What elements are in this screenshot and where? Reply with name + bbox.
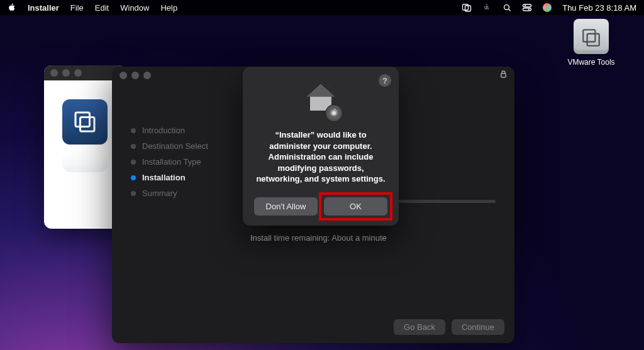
wifi-icon[interactable]: [482, 3, 492, 13]
window-minimize-button[interactable]: [131, 72, 139, 79]
vmware-icon: [62, 99, 108, 145]
svg-point-5: [525, 5, 526, 6]
step-installation: Installation: [131, 173, 229, 182]
svg-rect-10: [80, 118, 95, 132]
desktop-icon-label: VMware Tools: [564, 58, 619, 67]
step-introduction: Introduction: [131, 126, 229, 135]
svg-rect-3: [523, 4, 531, 7]
disk-icon: [574, 19, 609, 54]
window-close-button[interactable]: [119, 72, 127, 79]
control-center-icon[interactable]: [522, 3, 532, 13]
step-label: Installation: [142, 173, 186, 182]
lock-icon: [500, 70, 507, 81]
desktop-icon-vmware-tools[interactable]: VMware Tools: [564, 19, 619, 67]
spotlight-search-icon[interactable]: [502, 3, 512, 13]
gear-icon: [325, 104, 343, 122]
installer-sidebar: Introduction Destination Select Installa…: [112, 84, 238, 310]
vmware-icon-reflection: [62, 147, 108, 172]
continue-button: Continue: [452, 319, 504, 335]
step-label: Summary: [142, 189, 177, 198]
menubar-app-name[interactable]: Installer: [28, 3, 59, 13]
go-back-button: Go Back: [394, 319, 445, 335]
menubar-item-window[interactable]: Window: [120, 3, 149, 13]
menubar-item-file[interactable]: File: [70, 3, 84, 13]
step-label: Destination Select: [142, 141, 208, 151]
window-zoom-button[interactable]: [143, 72, 151, 79]
permission-dialog: ? “Installer” would like to administer y…: [243, 67, 399, 226]
window-minimize-button[interactable]: [62, 69, 70, 77]
menubar-item-edit[interactable]: Edit: [95, 3, 109, 13]
menubar: Installer File Edit Window Help Thu Feb …: [0, 0, 644, 15]
step-label: Installation Type: [142, 157, 201, 167]
step-summary: Summary: [131, 189, 229, 198]
menubar-item-help[interactable]: Help: [160, 3, 177, 13]
svg-point-2: [504, 4, 509, 9]
help-button[interactable]: ?: [379, 74, 391, 87]
step-label: Introduction: [142, 126, 185, 135]
ok-button[interactable]: OK: [324, 197, 387, 216]
menubar-clock[interactable]: Thu Feb 23 8:18 AM: [562, 3, 636, 13]
apple-logo-icon[interactable]: [8, 3, 16, 12]
svg-point-6: [528, 9, 530, 10]
step-destination-select: Destination Select: [131, 141, 229, 151]
svg-rect-4: [523, 8, 531, 11]
svg-rect-8: [587, 34, 599, 46]
step-installation-type: Installation Type: [131, 157, 229, 167]
install-progress-text: Install time remaining: About a minute: [250, 233, 502, 243]
svg-rect-11: [501, 74, 506, 77]
window-zoom-button[interactable]: [74, 69, 82, 77]
dialog-message: “Installer” would like to administer you…: [254, 129, 387, 185]
window-close-button[interactable]: [50, 69, 58, 77]
siri-icon[interactable]: [542, 3, 552, 13]
stage-manager-icon[interactable]: [462, 3, 472, 13]
svg-rect-7: [583, 30, 595, 41]
dont-allow-button[interactable]: Don't Allow: [254, 197, 318, 216]
svg-rect-9: [75, 112, 90, 127]
